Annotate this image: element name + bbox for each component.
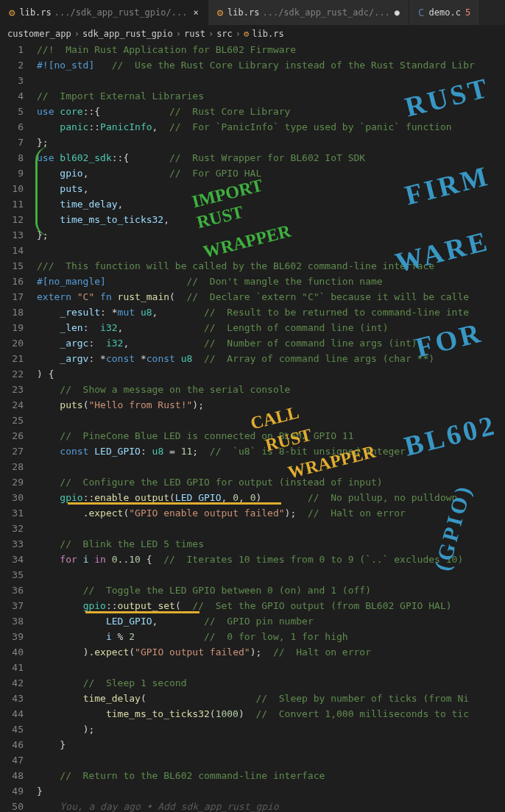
- code-line[interactable]: [37, 521, 505, 536]
- code-line[interactable]: [37, 567, 505, 583]
- editor-tabs: ⚙ lib.rs .../sdk_app_rust_gpio/... × ⚙ l…: [0, 0, 505, 26]
- line-number: 10: [0, 181, 24, 196]
- breadcrumb-item[interactable]: sdk_app_rust_gpio: [82, 29, 173, 39]
- modified-dot-icon: ●: [395, 7, 400, 18]
- rust-icon: ⚙: [217, 7, 223, 18]
- code-line[interactable]: /// This function will be called by the …: [37, 258, 505, 274]
- code-line[interactable]: // Return to the BL602 command-line inte…: [37, 768, 505, 783]
- code-line[interactable]: gpio, // For GPIO HAL: [37, 165, 505, 181]
- code-line[interactable]: };: [37, 227, 505, 243]
- code-line[interactable]: extern "C" fn rust_main( // Declare `ext…: [37, 289, 505, 304]
- code-line[interactable]: time_ms_to_ticks32(1000) // Convert 1,00…: [37, 706, 505, 722]
- line-number: 33: [0, 536, 24, 552]
- code-line[interactable]: gpio::enable_output(LED_GPIO, 0, 0) // N…: [37, 490, 505, 505]
- code-line[interactable]: }: [37, 737, 505, 752]
- code-line[interactable]: _result: *mut u8, // Result to be return…: [37, 304, 505, 320]
- code-line[interactable]: ).expect("GPIO output failed"); // Halt …: [37, 644, 505, 660]
- code-line[interactable]: for i in 0..10 { // Iterates 10 times fr…: [37, 552, 505, 567]
- code-line[interactable]: [37, 73, 505, 88]
- chevron-right-icon: ›: [74, 29, 80, 39]
- line-number: 17: [0, 289, 24, 304]
- line-number: 47: [0, 752, 24, 768]
- line-number: 39: [0, 629, 24, 644]
- code-content[interactable]: //! Main Rust Application for BL602 Firm…: [37, 42, 505, 812]
- line-number: 30: [0, 490, 24, 505]
- line-number: 31: [0, 505, 24, 521]
- code-line[interactable]: i % 2 // 0 for low, 1 for high: [37, 629, 505, 644]
- code-line[interactable]: puts,: [37, 181, 505, 196]
- line-number: 40: [0, 644, 24, 660]
- code-line[interactable]: #![no_std] // Use the Rust Core Library …: [37, 57, 505, 73]
- tab-problem-count: 5: [465, 7, 470, 18]
- close-icon[interactable]: ×: [193, 7, 198, 18]
- code-line[interactable]: _argc: i32, // Number of command line ar…: [37, 335, 505, 351]
- rust-icon: ⚙: [244, 29, 249, 39]
- code-line[interactable]: // Configure the LED GPIO for output (in…: [37, 474, 505, 490]
- line-number: 48: [0, 768, 24, 783]
- breadcrumb-item[interactable]: customer_app: [7, 29, 71, 39]
- code-line[interactable]: // Sleep 1 second: [37, 675, 505, 691]
- line-number: 14: [0, 243, 24, 258]
- code-line[interactable]: LED_GPIO, // GPIO pin number: [37, 613, 505, 629]
- code-line[interactable]: use core::{ // Rust Core Library: [37, 104, 505, 119]
- breadcrumb-item[interactable]: lib.rs: [252, 29, 283, 39]
- code-line[interactable]: // Blink the LED 5 times: [37, 536, 505, 552]
- code-line[interactable]: gpio::output_set( // Set the GPIO output…: [37, 598, 505, 613]
- line-number: 7: [0, 135, 24, 150]
- line-number: 8: [0, 150, 24, 165]
- code-line[interactable]: time_delay,: [37, 196, 505, 212]
- code-line[interactable]: ) {: [37, 366, 505, 382]
- line-number: 3: [0, 73, 24, 88]
- line-number: 19: [0, 320, 24, 335]
- line-number: 37: [0, 598, 24, 613]
- code-line[interactable]: [37, 243, 505, 258]
- breadcrumb-item[interactable]: src: [216, 29, 233, 39]
- tab-lib-gpio[interactable]: ⚙ lib.rs .../sdk_app_rust_gpio/... ×: [0, 0, 208, 25]
- breadcrumb[interactable]: customer_app › sdk_app_rust_gpio › rust …: [0, 26, 505, 42]
- line-number: 25: [0, 413, 24, 428]
- code-line[interactable]: use bl602_sdk::{ // Rust Wrapper for BL6…: [37, 150, 505, 165]
- line-number: 18: [0, 304, 24, 320]
- code-line[interactable]: [37, 459, 505, 474]
- tab-lib-adc[interactable]: ⚙ lib.rs .../sdk_app_rust_adc/... ●: [208, 0, 409, 25]
- code-line[interactable]: #[no_mangle] // Don't mangle the functio…: [37, 274, 505, 289]
- line-number: 13: [0, 227, 24, 243]
- chevron-right-icon: ›: [176, 29, 181, 39]
- line-number: 23: [0, 382, 24, 397]
- line-number: 42: [0, 675, 24, 691]
- code-line[interactable]: const LED_GPIO: u8 = 11; // `u8` is 8-bi…: [37, 444, 505, 459]
- line-number: 29: [0, 474, 24, 490]
- code-line[interactable]: };: [37, 135, 505, 150]
- line-number: 49: [0, 783, 24, 799]
- code-line[interactable]: // Toggle the LED GPIO between 0 (on) an…: [37, 583, 505, 598]
- code-line[interactable]: // Import External Libraries: [37, 88, 505, 104]
- code-line[interactable]: time_delay( // Sleep by number of ticks …: [37, 691, 505, 706]
- code-editor[interactable]: 1234567891011121314151617181920212223242…: [0, 42, 505, 812]
- code-line[interactable]: // Show a message on the serial console: [37, 382, 505, 397]
- breadcrumb-item[interactable]: rust: [184, 29, 205, 39]
- code-line[interactable]: You, a day ago • Add sdk_app_rust_gpio: [37, 799, 505, 812]
- code-line[interactable]: // PineCone Blue LED is connected on BL6…: [37, 428, 505, 444]
- line-number: 24: [0, 397, 24, 413]
- tab-demo-c[interactable]: C demo.c 5: [409, 0, 480, 25]
- code-line[interactable]: panic::PanicInfo, // For `PanicInfo` typ…: [37, 119, 505, 135]
- line-number: 27: [0, 444, 24, 459]
- tab-name: demo.c: [429, 7, 461, 18]
- code-line[interactable]: //! Main Rust Application for BL602 Firm…: [37, 42, 505, 57]
- line-number: 6: [0, 119, 24, 135]
- code-line[interactable]: _argv: *const *const u8 // Array of comm…: [37, 351, 505, 366]
- code-line[interactable]: time_ms_to_ticks32,: [37, 212, 505, 227]
- line-number: 9: [0, 165, 24, 181]
- c-icon: C: [418, 7, 424, 18]
- tab-name: lib.rs: [19, 7, 51, 18]
- code-line[interactable]: _len: i32, // Length of command line (in…: [37, 320, 505, 335]
- code-line[interactable]: [37, 660, 505, 675]
- line-number: 21: [0, 351, 24, 366]
- code-line[interactable]: );: [37, 722, 505, 737]
- code-line[interactable]: [37, 752, 505, 768]
- code-line[interactable]: puts("Hello from Rust!");: [37, 397, 505, 413]
- code-line[interactable]: }: [37, 783, 505, 799]
- code-line[interactable]: [37, 413, 505, 428]
- line-number: 28: [0, 459, 24, 474]
- code-line[interactable]: .expect("GPIO enable output failed"); //…: [37, 505, 505, 521]
